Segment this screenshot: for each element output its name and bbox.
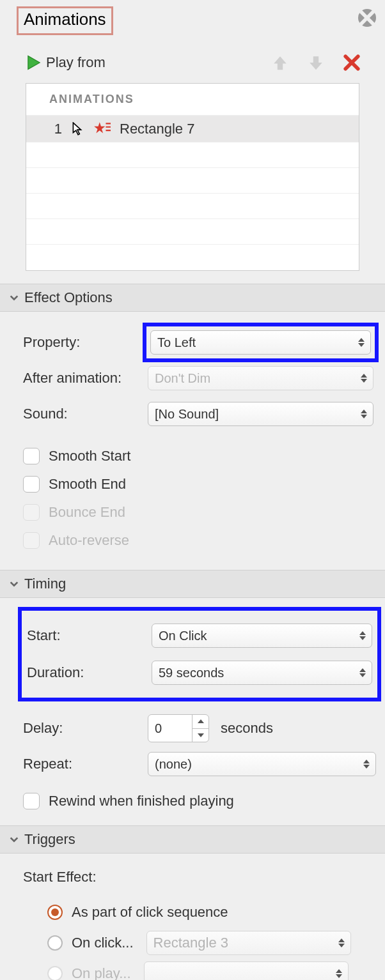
after-animation-value: Don't Dim — [155, 371, 210, 386]
stepper-down-icon[interactable] — [192, 729, 208, 742]
property-label: Property: — [23, 334, 148, 351]
after-animation-label: After animation: — [23, 370, 148, 387]
timing-form: Start: On Click Duration: 59 seconds Del… — [0, 598, 385, 825]
radio-icon — [47, 935, 63, 951]
list-item-name: Rectangle 7 — [120, 121, 194, 137]
highlight-box: To Left — [143, 323, 379, 362]
check-label: Smooth End — [49, 476, 126, 493]
radio-label: On play... — [72, 965, 131, 980]
chevron-down-icon — [9, 293, 19, 303]
repeat-label: Repeat: — [23, 756, 148, 772]
radio-label: As part of click sequence — [72, 904, 228, 921]
repeat-value: (none) — [155, 757, 192, 772]
list-item-empty — [26, 219, 359, 245]
sound-select[interactable]: [No Sound] — [148, 402, 373, 426]
animations-list: ANIMATIONS 1 Rectangle 7 — [26, 83, 359, 271]
list-item-empty — [26, 194, 359, 219]
highlight-box: Start: On Click Duration: 59 seconds — [18, 607, 381, 701]
triggers-form: Start Effect: As part of click sequence … — [0, 854, 385, 980]
checkbox-icon — [23, 532, 40, 549]
play-icon[interactable] — [26, 54, 42, 71]
chevron-down-icon — [9, 579, 19, 589]
checkbox-icon — [23, 793, 40, 809]
delay-value: 0 — [155, 721, 162, 736]
section-effect-options[interactable]: Effect Options — [0, 284, 385, 312]
sound-label: Sound: — [23, 406, 148, 422]
after-animation-select[interactable]: Don't Dim — [148, 366, 373, 390]
radio-label: On click... — [72, 935, 134, 951]
trigger-sequence-radio[interactable]: As part of click sequence — [23, 897, 376, 928]
radio-icon — [47, 966, 63, 980]
delete-button[interactable] — [343, 54, 361, 72]
rewind-check[interactable]: Rewind when finished playing — [23, 787, 376, 815]
play-toolbar: Play from — [0, 37, 385, 78]
trigger-onplay-radio: On play... — [23, 958, 376, 980]
delay-label: Delay: — [23, 720, 148, 737]
checkbox-icon — [23, 504, 40, 521]
delay-unit: seconds — [221, 720, 273, 737]
chevron-down-icon — [9, 834, 19, 845]
duration-label: Duration: — [27, 664, 152, 681]
check-label: Smooth Start — [49, 448, 130, 464]
list-item[interactable]: 1 Rectangle 7 — [26, 116, 359, 142]
checkbox-icon — [23, 476, 40, 493]
radio-icon — [47, 905, 63, 920]
stepper-up-icon[interactable] — [192, 715, 208, 729]
onplay-target-select — [144, 961, 349, 980]
check-label: Auto-reverse — [49, 532, 129, 549]
checkbox-icon — [23, 448, 40, 464]
start-effect-label: Start Effect: — [23, 869, 376, 885]
panel-header: Animations — [0, 0, 385, 37]
check-label: Bounce End — [49, 504, 125, 521]
close-icon — [358, 9, 376, 27]
auto-reverse-check: Auto-reverse — [23, 526, 385, 555]
list-item-index: 1 — [52, 121, 62, 137]
bounce-end-check: Bounce End — [23, 498, 385, 526]
section-timing[interactable]: Timing — [0, 570, 385, 598]
section-title: Effect Options — [24, 289, 113, 306]
section-title: Triggers — [24, 831, 75, 848]
animations-panel: Animations Play from ANIMATIONS 1 — [0, 0, 385, 980]
start-select[interactable]: On Click — [152, 624, 372, 648]
list-item-empty — [26, 245, 359, 270]
onclick-target-select[interactable]: Rectangle 3 — [146, 931, 351, 955]
emphasis-icon — [93, 121, 111, 137]
property-value: To Left — [157, 335, 196, 350]
effect-form: Property: To Left After animation: Don't… — [0, 312, 385, 438]
duration-value: 59 seconds — [159, 666, 224, 680]
sound-value: [No Sound] — [155, 407, 219, 422]
start-label: Start: — [27, 627, 152, 644]
section-title: Timing — [24, 576, 66, 592]
panel-title: Animations — [17, 6, 113, 35]
onclick-target-value: Rectangle 3 — [153, 935, 228, 951]
effect-checks: Smooth Start Smooth End Bounce End Auto-… — [0, 438, 385, 570]
list-header: ANIMATIONS — [26, 84, 359, 116]
duration-select[interactable]: 59 seconds — [152, 661, 372, 685]
trigger-onclick-radio[interactable]: On click... Rectangle 3 — [23, 928, 376, 958]
list-item-empty — [26, 168, 359, 194]
start-value: On Click — [159, 629, 207, 643]
property-select[interactable]: To Left — [150, 330, 371, 355]
smooth-start-check[interactable]: Smooth Start — [23, 442, 385, 470]
repeat-select[interactable]: (none) — [148, 752, 376, 776]
close-panel-button[interactable] — [358, 9, 376, 27]
play-from-button[interactable]: Play from — [46, 54, 106, 71]
cursor-icon — [71, 122, 84, 136]
move-down-button[interactable] — [307, 54, 325, 72]
smooth-end-check[interactable]: Smooth End — [23, 470, 385, 498]
check-label: Rewind when finished playing — [49, 793, 234, 809]
section-triggers[interactable]: Triggers — [0, 825, 385, 854]
move-up-button[interactable] — [271, 54, 289, 72]
delay-input[interactable]: 0 — [148, 714, 209, 742]
list-item-empty — [26, 142, 359, 168]
